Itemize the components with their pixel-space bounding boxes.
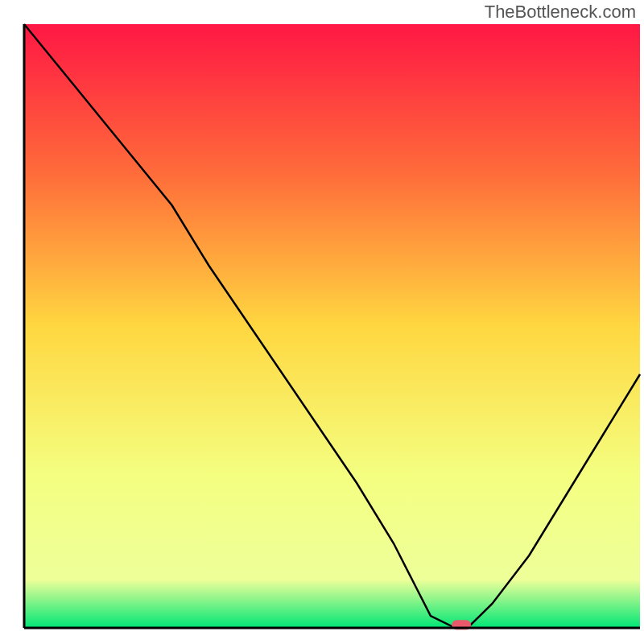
chart-container: TheBottleneck.com (0, 0, 644, 644)
chart-svg (0, 0, 644, 644)
watermark-text: TheBottleneck.com (485, 2, 636, 23)
plot-background (24, 24, 640, 628)
